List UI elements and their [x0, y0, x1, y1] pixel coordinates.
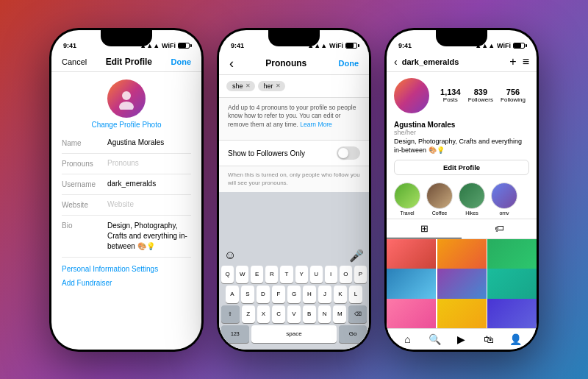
key-t[interactable]: T [280, 266, 293, 283]
highlight-travel[interactable]: Travel [394, 183, 420, 216]
highlight-circle-hikes [459, 183, 485, 209]
key-a[interactable]: A [226, 286, 239, 303]
key-h[interactable]: H [303, 286, 316, 303]
done-button-2[interactable]: Done [339, 59, 359, 68]
key-w[interactable]: W [236, 266, 248, 283]
status-time-2: 9:41 [231, 42, 244, 49]
key-space[interactable]: space [251, 325, 337, 343]
followers-label: Followers [468, 96, 493, 103]
add-content-icon[interactable]: + [509, 55, 516, 68]
add-fundraiser-link[interactable]: Add Fundraiser [62, 279, 191, 287]
following-label: Following [501, 96, 526, 103]
phone-profile: 9:41 ▲▲▲ WiFi ‹ dark_emeralds + ≡ [384, 28, 539, 352]
bio-text: Design, Photography, Crafts and everythi… [394, 137, 529, 155]
profile-content: 1,134 Posts 839 Followers 756 Following [387, 72, 537, 350]
key-s[interactable]: S [241, 286, 254, 303]
key-q[interactable]: Q [221, 266, 234, 283]
change-photo-link[interactable]: Change Profile Photo [91, 121, 161, 129]
edit-profile-content: Change Profile Photo Name Agustina Moral… [51, 72, 201, 300]
pronoun-tag-her[interactable]: her ✕ [258, 81, 285, 91]
tab-tagged[interactable]: 🏷 [462, 219, 537, 238]
label-name: Name [62, 138, 107, 147]
key-p[interactable]: P [354, 266, 367, 283]
label-website: Website [62, 200, 107, 209]
key-b[interactable]: B [303, 305, 316, 323]
grid-cell-9[interactable] [487, 299, 537, 327]
value-name[interactable]: Agustina Morales [107, 138, 191, 146]
toggle-label: Show to Followers Only [228, 149, 305, 157]
tag-her-remove[interactable]: ✕ [276, 82, 281, 89]
keyboard-row-2: A S D F G H J K L [221, 286, 367, 303]
key-o[interactable]: O [340, 266, 352, 283]
stat-followers[interactable]: 839 Followers [468, 88, 493, 103]
key-123[interactable]: 123 [221, 325, 249, 343]
nav-profile[interactable]: 👤 [502, 333, 529, 345]
back-button-3[interactable]: ‹ [394, 56, 398, 68]
grid-cell-8[interactable] [437, 299, 487, 327]
key-shift[interactable]: ⇧ [221, 305, 240, 323]
mic-icon[interactable]: 🎤 [349, 249, 364, 263]
personal-info-link[interactable]: Personal Information Settings [62, 265, 191, 273]
key-g[interactable]: G [287, 286, 301, 303]
nav-home[interactable]: ⌂ [394, 333, 421, 345]
tag-she-remove[interactable]: ✕ [245, 82, 251, 89]
pronoun-tag-she[interactable]: she ✕ [226, 81, 255, 91]
key-y[interactable]: Y [295, 266, 308, 283]
highlight-hikes[interactable]: Hikes [459, 183, 485, 216]
value-website[interactable]: Website [107, 200, 191, 208]
emoji-icon[interactable]: ☺ [224, 249, 236, 263]
profile-bio: Agustina Morales she/her Design, Photogr… [387, 121, 537, 155]
menu-icon[interactable]: ≡ [523, 55, 529, 68]
emoji-mic-row: ☺ 🎤 [221, 247, 367, 264]
cancel-button[interactable]: Cancel [62, 57, 87, 66]
form-row-username: Username dark_emeralds [62, 174, 191, 195]
tag-her-label: her [264, 82, 273, 90]
value-pronouns[interactable]: Pronouns [107, 159, 191, 167]
followers-only-toggle[interactable] [337, 146, 360, 160]
stat-following[interactable]: 756 Following [501, 88, 526, 103]
tab-grid[interactable]: ⊞ [387, 219, 462, 238]
nav-shop[interactable]: 🛍 [475, 333, 502, 345]
key-m[interactable]: M [333, 305, 346, 323]
learn-more-link[interactable]: Learn More [300, 121, 331, 128]
grid-cell-7[interactable] [387, 299, 436, 327]
stat-posts[interactable]: 1,134 Posts [440, 88, 461, 103]
key-n[interactable]: N [318, 305, 331, 323]
key-j[interactable]: J [318, 286, 331, 303]
links-section: Personal Information Settings Add Fundra… [51, 258, 201, 300]
nav-search[interactable]: 🔍 [421, 333, 448, 345]
key-z[interactable]: Z [242, 305, 255, 323]
key-backspace[interactable]: ⌫ [348, 305, 367, 323]
key-d[interactable]: D [257, 286, 270, 303]
form-row-pronouns: Pronouns Pronouns [62, 154, 191, 174]
key-u[interactable]: U [310, 266, 323, 283]
value-username[interactable]: dark_emeralds [107, 180, 191, 188]
notch-2 [268, 30, 320, 46]
highlight-coffee[interactable]: Coffee [426, 183, 453, 216]
nav-reels[interactable]: ▶ [448, 333, 476, 345]
back-button-2[interactable]: ‹ [229, 57, 234, 70]
done-button[interactable]: Done [171, 57, 192, 66]
key-l[interactable]: L [349, 286, 362, 303]
bio-text-content: Design, Photography, Crafts and everythi… [394, 138, 522, 155]
highlight-circle-travel [394, 183, 420, 209]
pronoun-input-area[interactable]: she ✕ her ✕ [219, 75, 369, 98]
key-c[interactable]: C [272, 305, 285, 323]
followers-count: 839 [474, 88, 487, 96]
key-v[interactable]: V [287, 305, 301, 323]
edit-profile-button[interactable]: Edit Profile [394, 160, 529, 175]
key-e[interactable]: E [251, 266, 263, 283]
key-f[interactable]: F [272, 286, 285, 303]
pronouns-title: Pronouns [265, 58, 306, 68]
value-bio[interactable]: Design, Photography, Crafts and everythi… [107, 221, 191, 252]
key-k[interactable]: K [334, 286, 347, 303]
keyboard-row-3: ⇧ Z X C V B N M ⌫ [221, 305, 367, 323]
key-r[interactable]: R [265, 266, 278, 283]
key-x[interactable]: X [257, 305, 270, 323]
key-i[interactable]: I [325, 266, 337, 283]
following-count: 756 [506, 88, 520, 96]
highlight-omv[interactable]: omv [491, 183, 517, 216]
avatar[interactable] [107, 79, 146, 118]
wifi-icon-2: WiFi [329, 42, 343, 49]
key-go[interactable]: Go [339, 325, 367, 343]
